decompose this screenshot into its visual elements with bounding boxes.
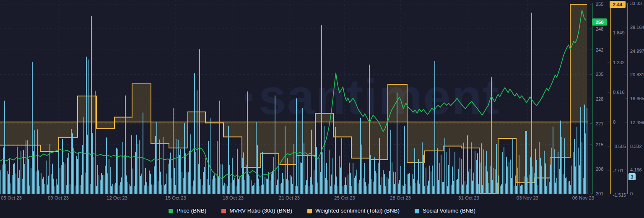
volume-bar <box>72 133 73 194</box>
axis-tick-label: 215 <box>596 142 603 147</box>
volume-bar <box>261 185 262 194</box>
volume-bar <box>431 171 431 194</box>
volume-bar <box>302 108 303 194</box>
santiment-watermark: ·santiment <box>242 69 500 125</box>
volume-bar <box>556 178 557 194</box>
legend-item[interactable]: Social Volume (BNB) <box>415 208 475 214</box>
volume-bar <box>262 152 263 194</box>
volume-bar <box>132 169 133 194</box>
volume-bar <box>403 186 404 194</box>
volume-bar <box>199 49 200 194</box>
volume-bar <box>228 126 229 194</box>
volume-bar <box>404 126 405 194</box>
volume-bar <box>112 184 113 194</box>
volume-bar <box>442 182 443 194</box>
volume-bar <box>297 186 298 194</box>
volume-bar <box>238 179 239 194</box>
volume-bar <box>43 177 44 194</box>
date-label: 18 Oct 23 <box>223 195 244 200</box>
legend-item[interactable]: MVRV Ratio (30d) (BNB) <box>221 208 292 214</box>
volume-bar <box>278 164 279 194</box>
volume-bar <box>73 148 74 194</box>
volume-bar <box>163 137 164 194</box>
volume-bar <box>534 173 535 194</box>
volume-bar <box>14 163 15 194</box>
volume-bar <box>555 183 556 194</box>
volume-bar <box>233 180 234 194</box>
volume-bar <box>92 133 93 194</box>
volume-bar <box>345 177 346 194</box>
volume-bar <box>584 105 585 194</box>
volume-bar <box>340 168 341 194</box>
volume-bar <box>26 140 26 194</box>
volume-bar <box>573 152 574 194</box>
volume-bar <box>322 152 323 194</box>
volume-bar <box>160 172 161 194</box>
volume-bar <box>427 186 428 194</box>
volume-bar <box>565 178 566 194</box>
volume-bar <box>236 186 236 194</box>
volume-bar <box>487 171 488 194</box>
sentiment-area <box>223 122 242 137</box>
volume-bar <box>71 129 72 194</box>
volume-bar <box>478 184 479 194</box>
volume-bar <box>62 139 63 194</box>
legend-item[interactable]: Weighted sentiment (Total) (BNB) <box>307 208 400 214</box>
volume-bar <box>164 185 165 194</box>
volume-bar <box>343 186 343 194</box>
volume-bar <box>466 184 467 194</box>
price-current-badge: 250 <box>592 18 607 26</box>
volume-bar <box>242 158 243 194</box>
volume-bar <box>375 171 376 194</box>
volume-bar <box>535 149 536 194</box>
volume-bar <box>207 179 208 194</box>
volume-bar <box>359 180 360 194</box>
volume-bar <box>270 180 270 194</box>
chart-container: ·santiment 255248242235228221215208201 1… <box>0 0 644 218</box>
volume-bar <box>204 167 205 194</box>
volume-bar <box>515 176 516 194</box>
volume-bar <box>374 157 375 194</box>
volume-bar <box>510 160 511 194</box>
sentiment-area <box>443 122 461 146</box>
sentiment-area <box>333 122 351 137</box>
volume-bar <box>559 169 560 194</box>
volume-bar <box>449 148 450 194</box>
volume-bar <box>339 156 340 194</box>
volume-bar <box>273 157 274 194</box>
volume-bar <box>531 13 532 194</box>
volume-bar <box>530 157 531 194</box>
volume-bar <box>402 185 402 194</box>
volume-bar <box>249 176 250 194</box>
volume-bar <box>34 130 35 194</box>
volume-bar <box>53 179 54 194</box>
volume-bar <box>135 152 136 194</box>
volume-bar <box>37 130 38 194</box>
volume-bar <box>409 173 410 194</box>
volume-bar <box>536 160 537 194</box>
volume-bar <box>194 73 195 194</box>
volume-bar <box>388 179 389 194</box>
volume-bar <box>173 108 174 194</box>
volume-bar <box>229 165 230 194</box>
volume-bar <box>276 185 277 194</box>
sentiment-area <box>297 122 315 155</box>
volume-bar <box>509 162 509 194</box>
volume-bar <box>224 183 225 194</box>
volume-bar <box>223 185 224 194</box>
date-label: 31 Oct 23 <box>458 195 479 200</box>
legend-item-label: MVRV Ratio (30d) (BNB) <box>229 208 292 214</box>
volume-bar <box>369 65 370 194</box>
volume-bar <box>563 174 564 194</box>
volume-bar <box>231 183 231 194</box>
legend-item[interactable]: Price (BNB) <box>169 208 206 214</box>
volume-bar <box>232 158 233 194</box>
volume-bar <box>140 176 141 194</box>
volume-bar <box>414 148 415 194</box>
volume-bar <box>429 166 430 194</box>
volume-bar <box>569 181 570 194</box>
volume-bar <box>248 174 249 194</box>
volume-bar <box>319 158 319 194</box>
volume-bar <box>165 184 166 194</box>
axis-tick-label: 0.616 <box>613 90 625 95</box>
